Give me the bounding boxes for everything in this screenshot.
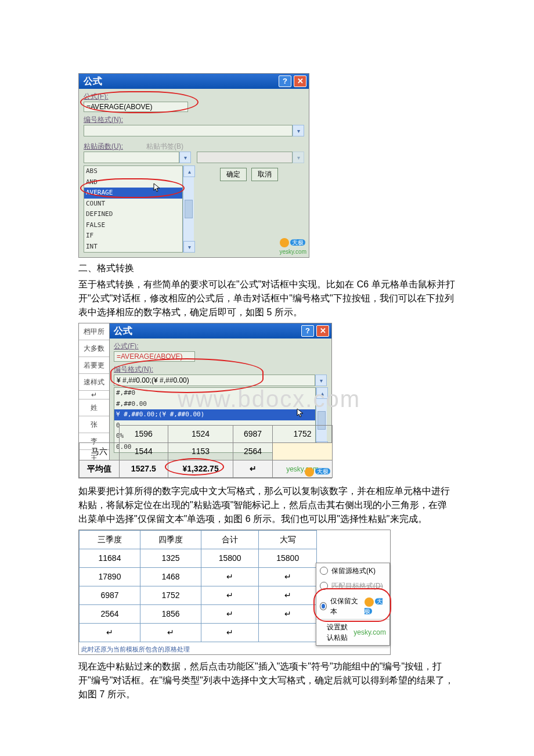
menu-item-keep-source[interactable]: 保留源格式(K) bbox=[316, 563, 389, 578]
chevron-down-icon[interactable]: ▾ bbox=[293, 125, 304, 136]
chevron-up-icon[interactable]: ▴ bbox=[183, 165, 195, 177]
watermark-big: www.bdocx.com bbox=[178, 381, 360, 416]
list-item[interactable]: ABS bbox=[84, 166, 182, 177]
radio-icon[interactable] bbox=[320, 567, 328, 575]
table-header-row: 三季度 四季度 合计 大写 bbox=[80, 531, 317, 549]
cursor-icon bbox=[153, 183, 161, 193]
chevron-down-icon[interactable]: ▾ bbox=[179, 152, 191, 163]
cancel-button[interactable]: 取消 bbox=[251, 168, 278, 181]
side-cell: ↵ bbox=[79, 391, 109, 399]
paste-bookmark-label: 粘贴书签(B) bbox=[146, 141, 183, 152]
formula-label: 公式(F): bbox=[114, 341, 327, 351]
paste-options-screenshot: 三季度 四季度 合计 大写 1168413251580015800 178901… bbox=[78, 530, 391, 655]
table-row: ↵↵↵ bbox=[80, 624, 317, 642]
close-icon[interactable]: ✕ bbox=[316, 325, 329, 337]
highlight-annotation bbox=[80, 178, 185, 198]
formula-dialog-2: 档甲所 大多数 若要更 速样式 ↵ 姓 张 李 王 公式 ? ✕ 公式(F): … bbox=[78, 323, 332, 478]
side-cell: 若要更 bbox=[79, 357, 109, 374]
ok-button[interactable]: 确定 bbox=[220, 168, 247, 181]
highlight-annotation bbox=[313, 588, 391, 622]
scrollbar[interactable]: ▴ ▾ bbox=[183, 165, 194, 253]
paragraph: 现在选中粘贴过来的数据，然后点击功能区"插入"选项卡"符号"功能组中的"编号"按… bbox=[78, 660, 456, 701]
table-row: 25641856↵↵ bbox=[80, 605, 317, 624]
table-row: 马六 1544 1153 2564 天极 bbox=[80, 443, 333, 460]
list-item[interactable]: INT bbox=[84, 242, 182, 253]
scroll-thumb[interactable] bbox=[185, 200, 193, 218]
close-icon[interactable]: ✕ bbox=[294, 75, 306, 87]
numformat-label: 编号格式(N): bbox=[84, 114, 304, 125]
side-cell: 大多数 bbox=[79, 340, 109, 357]
watermark: 天极 bbox=[305, 467, 330, 476]
list-item[interactable]: FALSE bbox=[84, 220, 182, 231]
logo-icon bbox=[280, 238, 289, 247]
numformat-input[interactable] bbox=[84, 125, 293, 136]
paste-fn-input[interactable] bbox=[84, 152, 179, 163]
side-cell: 档甲所 bbox=[79, 323, 109, 340]
bottom-table: 1596 1524 6987 1752 马六 1544 1153 2564 天极… bbox=[79, 425, 333, 478]
list-item[interactable]: IF bbox=[84, 231, 182, 242]
dialog-title: 公式 bbox=[81, 74, 102, 88]
paragraph: 至于格式转换，有些简单的要求可以在"公式"对话框中实现。比如在 C6 单元格单击… bbox=[78, 278, 456, 319]
paste-fn-label: 粘贴函数(U): bbox=[84, 141, 123, 152]
dialog-title: 公式 bbox=[111, 324, 132, 338]
table-row: 1596 1524 6987 1752 bbox=[80, 426, 333, 443]
menu-item-set-default[interactable]: 设置默认粘贴yesky.com bbox=[316, 619, 389, 645]
highlight-annotation bbox=[165, 458, 224, 476]
list-item[interactable]: COUNT bbox=[84, 199, 182, 210]
help-icon[interactable]: ? bbox=[301, 325, 314, 337]
section-heading: 二、格式转换 bbox=[78, 261, 456, 275]
table-row: 178901468↵↵ bbox=[80, 568, 317, 586]
data-table: 三季度 四季度 合计 大写 1168413251580015800 178901… bbox=[79, 530, 317, 642]
paste-bm-input bbox=[197, 152, 293, 163]
chevron-down-icon: ▾ bbox=[293, 152, 304, 163]
titlebar[interactable]: 公式 ? ✕ bbox=[109, 323, 331, 339]
table-row: 69871752↵↵ bbox=[80, 586, 317, 605]
table-row: 平均值 1527.5 ¥1,322.75 ↵ yesky.com bbox=[80, 460, 333, 478]
help-icon[interactable]: ? bbox=[279, 75, 291, 87]
formula-dialog-1: 公式 ? ✕ 公式(F): 编号格式(N): ▾ 粘贴函数(U): 粘贴书签(B… bbox=[78, 73, 309, 258]
paragraph: 如果要把计算所得的数字完成中文大写格式，那么可以复制该数字，并在相应单元格中进行… bbox=[78, 484, 456, 526]
side-cell: 速样式 bbox=[79, 374, 109, 391]
table-row: 1168413251580015800 bbox=[80, 549, 317, 568]
highlight-annotation bbox=[80, 91, 199, 113]
chevron-down-icon[interactable]: ▾ bbox=[183, 241, 195, 253]
side-cell: 姓 bbox=[79, 399, 109, 416]
list-item[interactable]: DEFINED bbox=[84, 209, 182, 220]
titlebar[interactable]: 公式 ? ✕ bbox=[79, 74, 309, 89]
watermark: 天极 yesky.com bbox=[280, 238, 307, 256]
logo-icon bbox=[305, 467, 314, 477]
